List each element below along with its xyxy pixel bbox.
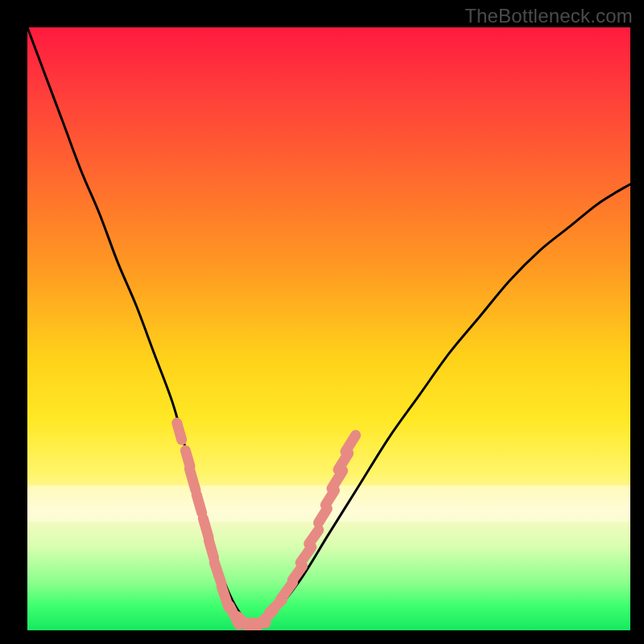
chart-svg [27, 27, 630, 630]
outer-frame: TheBottleneck.com [0, 0, 644, 644]
highlight-marker [189, 469, 196, 490]
highlight-marker [196, 494, 201, 513]
watermark-text: TheBottleneck.com [464, 5, 633, 27]
highlight-marker [177, 423, 182, 440]
highlight-marker [203, 518, 208, 538]
highlight-marker [345, 436, 356, 452]
highlight-marker [214, 563, 221, 584]
bottleneck-curve-path [27, 27, 630, 625]
plot-area [27, 27, 630, 630]
highlight-marker [280, 583, 292, 601]
highlight-marker [208, 540, 213, 558]
highlight-marker [300, 547, 312, 563]
marker-group [177, 423, 356, 630]
highlight-marker [309, 530, 319, 543]
